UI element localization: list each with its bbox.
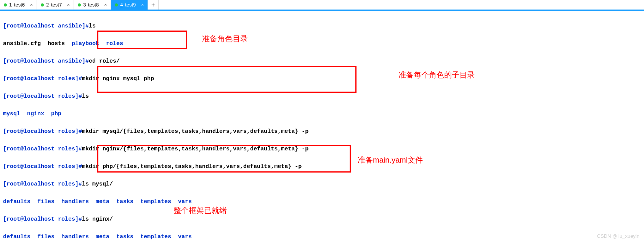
tab-label: test8 (88, 2, 99, 8)
status-dot-icon (41, 3, 44, 6)
cmd-text: mkdir nginx/{files,templates,tasks,handl… (82, 146, 308, 152)
cmd-text: ls (82, 93, 89, 100)
tab-label: test6 (14, 2, 25, 8)
tab-bar: 1 test6 × 2 test7 × 3 test8 × 4 test9 × … (0, 0, 644, 11)
close-icon[interactable]: × (104, 2, 107, 8)
add-tab-button[interactable]: + (148, 0, 159, 10)
status-dot-icon (78, 3, 81, 6)
cmd-text: ls (89, 23, 96, 29)
output-text: playbook roles (72, 40, 123, 47)
output-text: defaults files handlers meta tasks templ… (3, 198, 192, 205)
output-text: defaults files handlers meta tasks templ… (3, 234, 192, 240)
shell-prompt: [root@localhost roles]# (3, 128, 82, 135)
tab-test7[interactable]: 2 test7 × (37, 0, 74, 10)
watermark: CSDN @liu_xueyin (597, 233, 639, 239)
close-icon[interactable]: × (67, 2, 70, 8)
output-text: ansible.cfg hosts (3, 40, 72, 47)
close-icon[interactable]: × (30, 2, 33, 8)
shell-prompt: [root@localhost roles]# (3, 163, 82, 170)
tab-test9[interactable]: 4 test9 × (111, 0, 148, 10)
shell-prompt: [root@localhost roles]# (3, 216, 82, 223)
shell-prompt: [root@localhost roles]# (3, 181, 82, 187)
cmd-text: ls nginx/ (82, 216, 113, 223)
cmd-text: mkdir nginx mysql php (82, 76, 154, 82)
tab-number: 4 (120, 2, 123, 8)
cmd-text: ls mysql/ (82, 181, 113, 187)
status-dot-icon (4, 3, 7, 6)
terminal-output[interactable]: [root@localhost ansible]#ls ansible.cfg … (0, 11, 644, 242)
status-dot-icon (115, 3, 118, 6)
shell-prompt: [root@localhost roles]# (3, 76, 82, 82)
shell-prompt: [root@localhost ansible]# (3, 58, 89, 65)
close-icon[interactable]: × (141, 2, 144, 8)
output-text: mysql nginx php (3, 111, 61, 117)
tab-test8[interactable]: 3 test8 × (74, 0, 111, 10)
tab-number: 1 (9, 2, 12, 8)
cmd-text: cd roles/ (89, 58, 120, 65)
shell-prompt: [root@localhost ansible]# (3, 23, 89, 29)
cmd-text: mkdir php/{files,templates,tasks,handler… (82, 163, 302, 170)
tab-label: test7 (51, 2, 62, 8)
shell-prompt: [root@localhost roles]# (3, 146, 82, 152)
tab-label: test9 (125, 2, 136, 8)
tab-test6[interactable]: 1 test6 × (0, 0, 37, 10)
shell-prompt: [root@localhost roles]# (3, 93, 82, 100)
cmd-text: mkdir mysql/{files,templates,tasks,handl… (82, 128, 308, 135)
tab-number: 2 (46, 2, 49, 8)
tab-number: 3 (83, 2, 86, 8)
